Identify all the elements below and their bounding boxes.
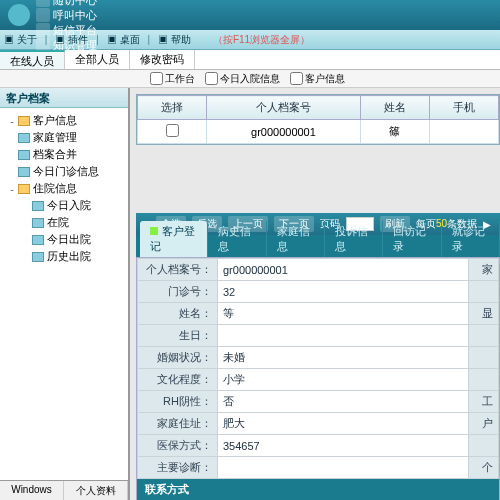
- menu-item[interactable]: ▣ 帮助: [158, 34, 191, 45]
- field-value: 等: [218, 303, 469, 325]
- module-icon: [36, 0, 50, 7]
- tree-node[interactable]: 在院: [2, 214, 126, 231]
- sidebar-title: 客户档案: [0, 88, 128, 108]
- filter-check[interactable]: 客户信息: [290, 72, 345, 86]
- tree-node[interactable]: -客户信息: [2, 112, 126, 129]
- table-row[interactable]: gr000000001篠: [138, 120, 499, 144]
- field-value: 否: [218, 391, 469, 413]
- tree-node[interactable]: 今日出院: [2, 231, 126, 248]
- top-nav-item[interactable]: 呼叫中心: [36, 8, 97, 23]
- sidebar-footer-tabs: Windows个人资料: [0, 480, 128, 500]
- page-icon: [32, 201, 44, 211]
- records-grid: 选择个人档案号姓名手机gr000000001篠: [136, 94, 500, 145]
- field-value: 32: [218, 281, 469, 303]
- detail-tab[interactable]: 病史信息: [208, 221, 266, 257]
- page-icon: [18, 133, 30, 143]
- field-label: [469, 347, 499, 369]
- tree-node[interactable]: 今日门诊信息: [2, 163, 126, 180]
- fullscreen-hint: （按F11浏览器全屏）: [213, 33, 310, 47]
- field-label: [469, 325, 499, 347]
- field-label: 工: [469, 391, 499, 413]
- page-icon: [18, 167, 30, 177]
- detail-tab[interactable]: 家庭信息: [267, 221, 325, 257]
- field-label: 个: [469, 457, 499, 479]
- field-value: 354657: [218, 435, 469, 457]
- filter-check[interactable]: 今日入院信息: [205, 72, 280, 86]
- field-value: 肥大: [218, 413, 469, 435]
- column-header[interactable]: 个人档案号: [207, 96, 361, 120]
- section-contact: 联系方式: [137, 479, 499, 500]
- app-logo: [8, 4, 30, 26]
- content-pane: 选择个人档案号姓名手机gr000000001篠 ◀ 全选 反选 上一页 下一页 …: [130, 88, 500, 500]
- tree-node[interactable]: 家庭管理: [2, 129, 126, 146]
- field-label: [469, 435, 499, 457]
- field-label: 个人档案号：: [138, 259, 218, 281]
- page-icon: [32, 218, 44, 228]
- folder-icon: [18, 184, 30, 194]
- folder-icon: [18, 116, 30, 126]
- main-tabs: 在线人员全部人员修改密码: [0, 50, 500, 70]
- top-toolbar: 客户档案投诉中心随访中心呼叫中心短信平台知识管理营销管理: [0, 0, 500, 30]
- field-label: 生日：: [138, 325, 218, 347]
- column-header[interactable]: 手机: [429, 96, 498, 120]
- field-label: 门诊号：: [138, 281, 218, 303]
- module-icon: [36, 8, 50, 22]
- menu-item[interactable]: ▣ 关于: [4, 34, 37, 45]
- field-label: 姓名：: [138, 303, 218, 325]
- column-header[interactable]: 选择: [138, 96, 207, 120]
- row-checkbox[interactable]: [166, 124, 179, 137]
- field-value: 小学: [218, 369, 469, 391]
- field-value: [218, 325, 469, 347]
- main-tab[interactable]: 在线人员: [0, 50, 65, 69]
- tree-node[interactable]: 今日入院: [2, 197, 126, 214]
- tree-node[interactable]: -住院信息: [2, 180, 126, 197]
- main-tab[interactable]: 修改密码: [130, 50, 195, 69]
- field-value: 未婚: [218, 347, 469, 369]
- detail-tab[interactable]: 客户登记: [140, 221, 208, 257]
- field-label: RH阴性：: [138, 391, 218, 413]
- detail-tab[interactable]: 投诉信息: [325, 221, 383, 257]
- top-nav-item[interactable]: 随访中心: [36, 0, 97, 8]
- field-label: 户: [469, 413, 499, 435]
- field-label: 家: [469, 259, 499, 281]
- field-label: 家庭住址：: [138, 413, 218, 435]
- page-icon: [32, 252, 44, 262]
- detail-tab[interactable]: 就诊记录: [442, 221, 500, 257]
- nav-tree: -客户信息家庭管理档案合并今日门诊信息-住院信息今日入院在院今日出院历史出院: [0, 108, 128, 298]
- menu-item[interactable]: ▣ 桌面: [107, 34, 140, 45]
- field-value: gr000000001: [218, 259, 469, 281]
- field-label: 主要诊断：: [138, 457, 218, 479]
- sidebar-footer-tab[interactable]: Windows: [0, 481, 64, 500]
- field-label: 显: [469, 303, 499, 325]
- field-value: [218, 457, 469, 479]
- detail-tab[interactable]: 回访记录: [383, 221, 441, 257]
- filter-check[interactable]: 工作台: [150, 72, 195, 86]
- field-label: [469, 281, 499, 303]
- filter-checks: 工作台今日入院信息客户信息: [0, 70, 500, 88]
- tree-node[interactable]: 档案合并: [2, 146, 126, 163]
- page-icon: [18, 150, 30, 160]
- main-tab[interactable]: 全部人员: [65, 50, 130, 69]
- detail-form: 个人档案号：gr000000001家门诊号：32姓名：等显生日：婚姻状况：未婚文…: [136, 257, 500, 500]
- detail-tabs: 客户登记病史信息家庭信息投诉信息回访记录就诊记录: [136, 235, 500, 257]
- field-label: [469, 369, 499, 391]
- sidebar: 客户档案 -客户信息家庭管理档案合并今日门诊信息-住院信息今日入院在院今日出院历…: [0, 88, 130, 500]
- tree-node[interactable]: 历史出院: [2, 248, 126, 265]
- menu-item[interactable]: ▣ 插件: [55, 34, 88, 45]
- column-header[interactable]: 姓名: [360, 96, 429, 120]
- field-label: 文化程度：: [138, 369, 218, 391]
- sidebar-footer-tab[interactable]: 个人资料: [64, 481, 128, 500]
- field-label: 医保方式：: [138, 435, 218, 457]
- page-icon: [32, 235, 44, 245]
- field-label: 婚姻状况：: [138, 347, 218, 369]
